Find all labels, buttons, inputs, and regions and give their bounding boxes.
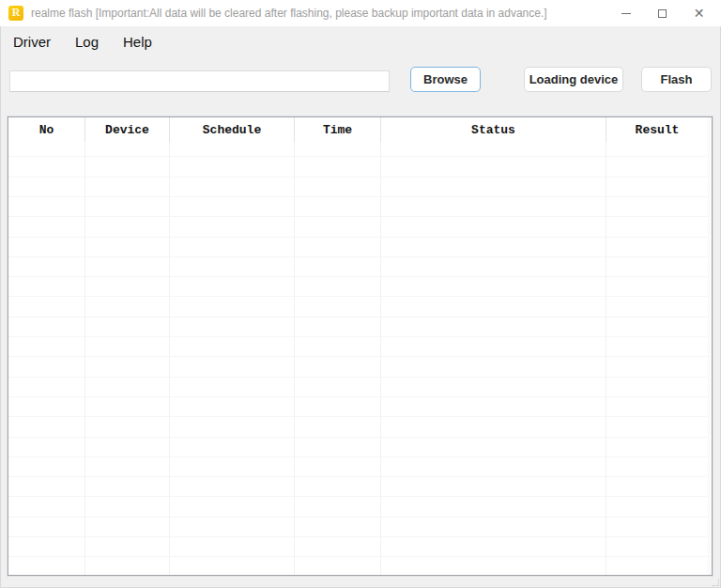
menu-log[interactable]: Log [67, 30, 107, 54]
vertical-scrollbar[interactable] [707, 117, 712, 575]
table-cell [8, 277, 85, 296]
table-cell [295, 297, 381, 316]
table-cell [8, 518, 85, 536]
table-cell [170, 317, 295, 336]
column-header-result[interactable]: Result [606, 117, 708, 142]
table-cell [381, 497, 606, 516]
table-header-row: No Device Schedule Time Status Result [8, 117, 712, 142]
table-cell [85, 397, 170, 416]
table-row [8, 238, 712, 257]
table-cell [170, 537, 295, 556]
table-cell [381, 157, 606, 176]
table-cell [170, 438, 295, 456]
table-cell [170, 297, 295, 316]
column-header-device[interactable]: Device [85, 117, 170, 142]
table-cell [381, 357, 606, 376]
table-row [8, 497, 712, 517]
table-cell [606, 277, 708, 296]
table-cell [295, 337, 381, 356]
table-cell [85, 297, 170, 316]
table-cell [381, 178, 606, 196]
table-cell [606, 477, 708, 496]
table-body [8, 142, 712, 576]
browse-button[interactable]: Browse [410, 67, 481, 92]
column-header-schedule[interactable]: Schedule [170, 117, 295, 142]
table-cell [8, 157, 85, 176]
table-row [8, 378, 712, 397]
table-cell [295, 557, 381, 576]
table-cell [8, 178, 85, 196]
table-cell [381, 438, 606, 456]
table-cell [295, 518, 381, 536]
table-cell [170, 337, 295, 356]
firmware-path-input[interactable] [9, 70, 390, 92]
table-cell [381, 217, 606, 236]
table-cell [170, 557, 295, 576]
table-cell [606, 357, 708, 376]
table-cell [8, 557, 85, 576]
table-cell [170, 277, 295, 296]
minimize-icon [621, 13, 631, 14]
table-row [8, 257, 712, 277]
table-cell [295, 457, 381, 476]
minimize-button[interactable] [607, 0, 644, 26]
table-cell [381, 197, 606, 216]
table-cell [8, 337, 85, 356]
table-cell [8, 317, 85, 336]
maximize-button[interactable] [644, 0, 681, 26]
table-cell [8, 238, 85, 256]
column-header-status[interactable]: Status [381, 117, 606, 142]
table-cell [85, 357, 170, 376]
table-cell [381, 277, 606, 296]
table-cell [381, 457, 606, 476]
table-row [8, 217, 712, 237]
table-cell [295, 217, 381, 236]
table-cell [606, 238, 708, 256]
table-cell [170, 518, 295, 536]
app-window: R realme flash [Important:All data will … [0, 0, 721, 588]
table-cell [606, 397, 708, 416]
table-cell [85, 497, 170, 516]
table-cell [606, 157, 708, 176]
table-cell [85, 217, 170, 236]
close-button[interactable]: ✕ [681, 0, 717, 26]
table-cell [8, 397, 85, 416]
realme-logo-icon: R [8, 6, 23, 21]
table-cell [85, 337, 170, 356]
table-cell [170, 397, 295, 416]
table-cell [381, 557, 606, 576]
table-cell [85, 257, 170, 276]
column-header-time[interactable]: Time [295, 117, 381, 142]
table-row [8, 537, 712, 557]
table-cell [8, 417, 85, 436]
table-cell [381, 378, 606, 396]
table-cell [85, 178, 170, 196]
table-cell [295, 178, 381, 196]
menu-help[interactable]: Help [115, 30, 161, 54]
table-cell [295, 142, 381, 156]
resize-grip[interactable] [712, 579, 719, 586]
table-cell [606, 457, 708, 476]
table-row [8, 337, 712, 357]
table-cell [85, 238, 170, 256]
table-cell [85, 378, 170, 396]
table-cell [606, 142, 708, 156]
flash-button[interactable]: Flash [641, 67, 712, 92]
table-cell [8, 257, 85, 276]
table-cell [170, 417, 295, 436]
table-row [8, 297, 712, 317]
table-cell [170, 157, 295, 176]
loading-device-button[interactable]: Loading device [524, 67, 623, 92]
table-cell [170, 477, 295, 496]
menu-driver[interactable]: Driver [5, 30, 59, 54]
table-cell [606, 557, 708, 576]
table-row [8, 157, 712, 177]
table-cell [8, 197, 85, 216]
column-header-no[interactable]: No [8, 117, 85, 142]
table-cell [295, 497, 381, 516]
table-cell [8, 357, 85, 376]
table-cell [170, 197, 295, 216]
table-row [8, 457, 712, 477]
table-cell [170, 257, 295, 276]
table-cell [85, 537, 170, 556]
